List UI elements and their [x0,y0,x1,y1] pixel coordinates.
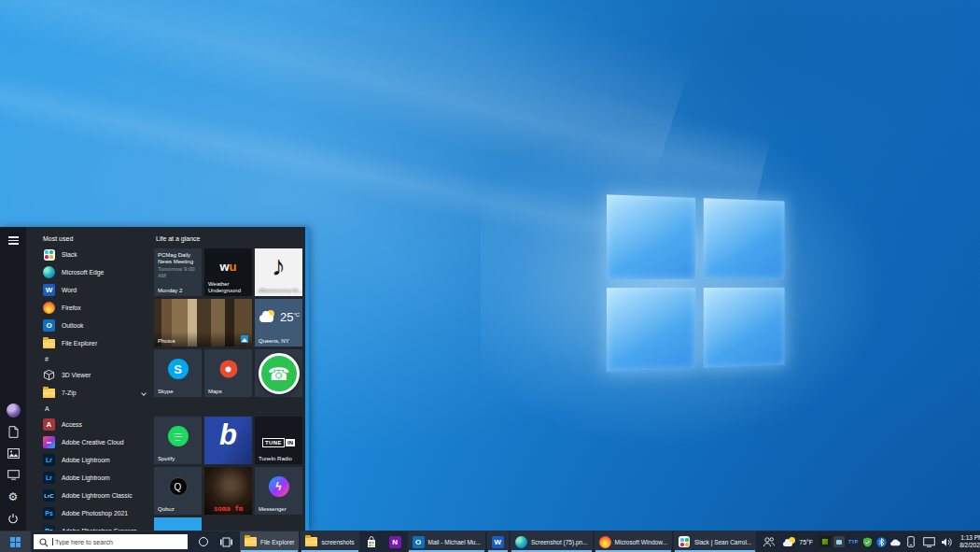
folder-icon [245,536,257,548]
access-icon: A [43,418,55,431]
tiles-scrollbar[interactable] [305,227,309,531]
tile-calendar[interactable]: PCMag Daily News Meeting Tomorrow 9:00 A… [154,248,202,296]
taskbar-button-store[interactable] [361,531,383,552]
taskbar-button-word[interactable]: W [487,531,509,552]
text-caret [52,538,53,545]
tray-app-2-icon[interactable] [833,536,845,547]
chevron-down-icon[interactable] [141,390,147,396]
app-section-header[interactable]: A [26,402,154,416]
3d-viewer-icon [43,369,55,381]
taskbar-button-onenote[interactable]: N [385,531,406,552]
onedrive-icon[interactable] [889,536,901,547]
start-button[interactable] [0,531,31,552]
taskbar-button-people[interactable] [758,531,779,552]
taskbar-button-label: Microsoft Window... [615,539,667,545]
taskbar-button-microsoft-window[interactable]: Microsoft Window... [595,531,672,552]
taskbar-button-label: Mail - Michael Mu... [428,539,481,545]
start-menu-app-firefox[interactable]: Firefox [26,299,154,317]
tile-whatsapp[interactable] [255,349,302,397]
app-label: Access [62,421,82,428]
taskbar-button-mail-michael-mu[interactable]: OMail - Michael Mu... [408,531,485,552]
lightroom-classic-icon: LrC [43,489,55,502]
documents-button[interactable] [0,421,26,443]
tile-music-app[interactable]: ♪ dBpoweramp M... [255,248,302,296]
start-menu-app-adobe-lightroom[interactable]: LrAdobe Lightroom [26,469,154,487]
user-account-button[interactable] [0,400,26,421]
display-icon [923,537,935,547]
app-label: Microsoft Edge [62,269,104,276]
app-section-header[interactable]: # [26,352,154,366]
desktop: ⚙ Most used SlackMicrosoft EdgeWWordFire… [0,0,980,552]
cortana-button[interactable] [191,531,215,552]
tile-bandcamp[interactable]: b [204,417,252,464]
firefox-icon [599,536,611,548]
tile-qobuz[interactable]: Q Qobuz [154,467,202,515]
taskbar-app-buttons: File ExplorerscreenshotsNOMail - Michael… [240,531,779,552]
task-view-button[interactable] [215,531,238,552]
pictures-button[interactable] [0,443,26,464]
your-phone-button[interactable] [903,536,918,547]
tile-messenger[interactable]: Messenger [255,467,302,515]
weather-underground-logo: wu [204,260,252,274]
pictures-icon [7,448,20,459]
search-input[interactable] [52,538,188,546]
tile-maps[interactable]: Maps [204,349,252,397]
tray-app-1-icon[interactable] [819,536,831,547]
tile-partial[interactable] [154,517,202,531]
taskbar-button-label: screenshots [321,539,354,545]
maps-pin-icon [219,361,237,378]
windows-security-icon[interactable] [861,536,873,547]
taskbar-search[interactable] [33,533,189,550]
start-menu-app-word[interactable]: WWord [26,281,154,299]
news-weather-widget[interactable]: 75°F [779,537,817,546]
weather-temp: 75°F [799,539,813,545]
creative-cloud-icon: ∞ [43,436,55,448]
taskbar-button-screenshot-75-pn[interactable]: Screenshot (75).pn... [511,531,593,552]
taskbar-button-slack-sean-carrol[interactable]: Slack | Sean Carrol... [674,531,756,552]
start-menu-app-adobe-photoshop-2021[interactable]: PsAdobe Photoshop 2021 [26,504,154,522]
system-tray: TYP [819,536,901,547]
settings-button[interactable]: ⚙ [0,486,26,507]
display-button[interactable] [921,537,936,547]
tile-weather-queens[interactable]: 25°C Queens, NY [255,299,302,347]
start-menu-app-adobe-lightroom[interactable]: LrAdobe Lightroom [26,451,154,469]
power-button[interactable] [0,507,26,529]
hamburger-menu-icon[interactable] [0,230,26,251]
power-icon [7,513,19,524]
start-menu-app-file-explorer[interactable]: File Explorer [26,334,154,352]
taskbar-button-file-explorer[interactable]: File Explorer [240,531,299,552]
windows-start-icon [10,537,21,547]
start-menu-app-adobe-lightroom-classic[interactable]: LrCAdobe Lightroom Classic [26,487,154,504]
tunein-logo-tune: TUNE [262,438,285,447]
device-icon [7,470,20,480]
taskbar-right-cluster: 75°F TYP 1:13 PM 8/2/2021 2 [779,531,980,552]
taskbar-button-screenshots[interactable]: screenshots [301,531,358,552]
start-menu-app-adobe-creative-cloud[interactable]: ∞Adobe Creative Cloud [26,433,154,451]
tile-tunein[interactable]: TUNEIN TuneIn Radio [255,417,302,464]
tile-photos[interactable]: Photos [154,299,252,347]
start-menu-app-adobe-photoshop-express[interactable]: PsAdobe Photoshop Express [26,522,154,531]
somafm-logo-text: soma fm [204,504,252,513]
start-menu-app-microsoft-edge[interactable]: Microsoft Edge [26,263,154,281]
bluetooth-icon[interactable] [875,536,887,547]
start-menu-app-3d-viewer[interactable]: 3D Viewer [26,366,154,384]
devices-button[interactable] [0,464,26,486]
start-menu-app-access[interactable]: AAccess [26,416,154,433]
wu-logo-u: u [230,260,237,274]
avatar [7,403,21,418]
start-menu-app-7-zip[interactable]: 7-Zip [26,384,154,402]
cortana-icon [199,537,208,546]
tile-weather-underground[interactable]: wu Weather Underground [204,248,252,296]
volume-button[interactable] [939,537,954,547]
taskbar-clock[interactable]: 1:13 PM 8/2/2021 [957,534,980,549]
tray-typ-icon[interactable]: TYP [847,536,859,547]
windows-logo-pane [607,288,695,372]
word-icon: W [43,284,55,296]
tile-skype[interactable]: S Skype [154,349,202,397]
tile-spotify[interactable]: Spotify [154,417,202,464]
start-menu-app-outlook[interactable]: OOutlook [26,317,154,334]
tile-label: Monday 2 [158,288,182,293]
start-menu-app-slack[interactable]: Slack [26,246,154,263]
tile-group-title[interactable]: Life at a glance [156,235,200,242]
tile-somafm[interactable]: soma fm [204,467,252,515]
